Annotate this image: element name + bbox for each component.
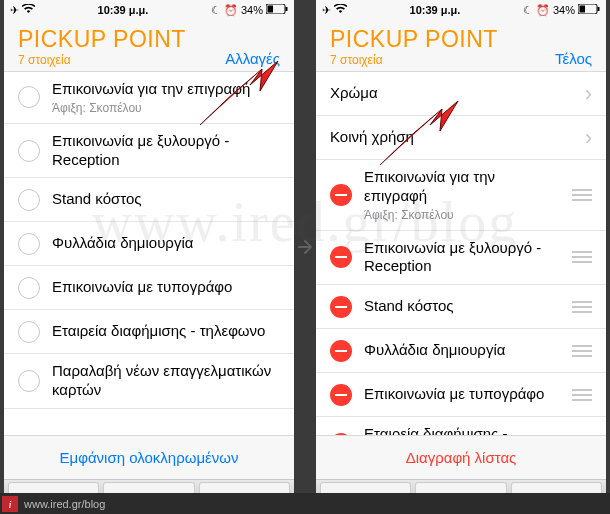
reminder-list: Επικοινωνία για την επιγραφήΆφιξη: Σκοπέ… bbox=[4, 72, 294, 435]
delete-icon[interactable] bbox=[330, 340, 352, 362]
list-item[interactable]: Επικοινωνία με τυπογράφο bbox=[316, 373, 606, 417]
drag-handle-icon[interactable] bbox=[572, 251, 592, 263]
list-item[interactable]: Επικοινωνία με ξυλουργό - Reception bbox=[316, 231, 606, 286]
moon-icon: ☾ bbox=[523, 4, 533, 17]
source-bar: i www.ired.gr/blog bbox=[0, 493, 610, 514]
tab-bar[interactable] bbox=[316, 479, 606, 493]
alarm-icon: ⏰ bbox=[224, 4, 238, 17]
phone-left: ✈ 10:39 μ.μ. ☾ ⏰ 34% PICKUP POINT 7 στοι… bbox=[4, 0, 294, 493]
status-time: 10:39 μ.μ. bbox=[98, 4, 149, 16]
list-item[interactable]: Stand κόστος bbox=[316, 285, 606, 329]
delete-list-button[interactable]: Διαγραφή λίστας bbox=[316, 435, 606, 479]
show-completed-button[interactable]: Εμφάνιση ολοκληρωμένων bbox=[4, 435, 294, 479]
list-item[interactable]: Επικοινωνία για την επιγραφήΆφιξη: Σκοπέ… bbox=[316, 160, 606, 231]
source-badge-icon: i bbox=[2, 496, 18, 512]
option-share[interactable]: Κοινή χρήση› bbox=[316, 116, 606, 160]
list-item[interactable]: Επικοινωνία με τυπογράφο bbox=[4, 266, 294, 310]
svg-rect-4 bbox=[579, 6, 585, 13]
delete-icon[interactable] bbox=[330, 296, 352, 318]
battery-icon bbox=[266, 4, 288, 16]
checkbox-icon[interactable] bbox=[18, 370, 40, 392]
list-item[interactable]: Stand κόστος bbox=[4, 178, 294, 222]
done-button[interactable]: Τέλος bbox=[555, 34, 592, 67]
wifi-icon bbox=[334, 4, 347, 16]
list-item[interactable]: Επικοινωνία με ξυλουργό - Reception bbox=[4, 124, 294, 179]
page-title: PICKUP POINT bbox=[330, 26, 498, 53]
checkbox-icon[interactable] bbox=[18, 140, 40, 162]
battery-percent: 34% bbox=[553, 4, 575, 16]
moon-icon: ☾ bbox=[211, 4, 221, 17]
chevron-right-icon: › bbox=[585, 127, 592, 149]
drag-handle-icon[interactable] bbox=[572, 189, 592, 201]
edit-button[interactable]: Αλλαγές bbox=[225, 34, 280, 67]
wifi-icon bbox=[22, 4, 35, 16]
drag-handle-icon[interactable] bbox=[572, 301, 592, 313]
airplane-icon: ✈ bbox=[10, 4, 19, 17]
page-subtitle: 7 στοιχεία bbox=[330, 53, 498, 67]
checkbox-icon[interactable] bbox=[18, 321, 40, 343]
checkbox-icon[interactable] bbox=[18, 86, 40, 108]
drag-handle-icon[interactable] bbox=[572, 389, 592, 401]
list-item[interactable]: Παραλαβή νέων επαγγελματικών καρτών bbox=[4, 354, 294, 409]
page-title: PICKUP POINT bbox=[18, 26, 186, 53]
status-bar: ✈ 10:39 μ.μ. ☾ ⏰ 34% bbox=[316, 0, 606, 20]
delete-icon[interactable] bbox=[330, 384, 352, 406]
list-item[interactable]: Εταιρεία διαφήμισης - τηλεφωνο bbox=[4, 310, 294, 354]
airplane-icon: ✈ bbox=[322, 4, 331, 17]
alarm-icon: ⏰ bbox=[536, 4, 550, 17]
drag-handle-icon[interactable] bbox=[572, 345, 592, 357]
svg-rect-1 bbox=[267, 6, 273, 13]
list-header: PICKUP POINT 7 στοιχεία Τέλος bbox=[316, 20, 606, 72]
delete-icon[interactable] bbox=[330, 184, 352, 206]
list-item[interactable]: Φυλλάδια δημιουργία bbox=[316, 329, 606, 373]
status-bar: ✈ 10:39 μ.μ. ☾ ⏰ 34% bbox=[4, 0, 294, 20]
svg-rect-2 bbox=[285, 7, 287, 11]
checkbox-icon[interactable] bbox=[18, 233, 40, 255]
source-url: www.ired.gr/blog bbox=[24, 498, 105, 510]
list-item[interactable]: Φυλλάδια δημιουργία bbox=[4, 222, 294, 266]
battery-icon bbox=[578, 4, 600, 16]
list-header: PICKUP POINT 7 στοιχεία Αλλαγές bbox=[4, 20, 294, 72]
checkbox-icon[interactable] bbox=[18, 189, 40, 211]
delete-icon[interactable] bbox=[330, 246, 352, 268]
option-color[interactable]: Χρώμα› bbox=[316, 72, 606, 116]
chevron-right-icon: › bbox=[585, 83, 592, 105]
status-time: 10:39 μ.μ. bbox=[410, 4, 461, 16]
phone-right: ✈ 10:39 μ.μ. ☾ ⏰ 34% PICKUP POINT 7 στοι… bbox=[316, 0, 606, 493]
battery-percent: 34% bbox=[241, 4, 263, 16]
tab-bar[interactable] bbox=[4, 479, 294, 493]
transition-arrow bbox=[294, 0, 316, 493]
list-item[interactable]: Επικοινωνία για την επιγραφήΆφιξη: Σκοπέ… bbox=[4, 72, 294, 124]
svg-rect-5 bbox=[597, 7, 599, 11]
checkbox-icon[interactable] bbox=[18, 277, 40, 299]
page-subtitle: 7 στοιχεία bbox=[18, 53, 186, 67]
list-item[interactable]: Εταιρεία διαφήμισης - τηλεφωνο bbox=[316, 417, 606, 435]
edit-list: Χρώμα› Κοινή χρήση› Επικοινωνία για την … bbox=[316, 72, 606, 435]
